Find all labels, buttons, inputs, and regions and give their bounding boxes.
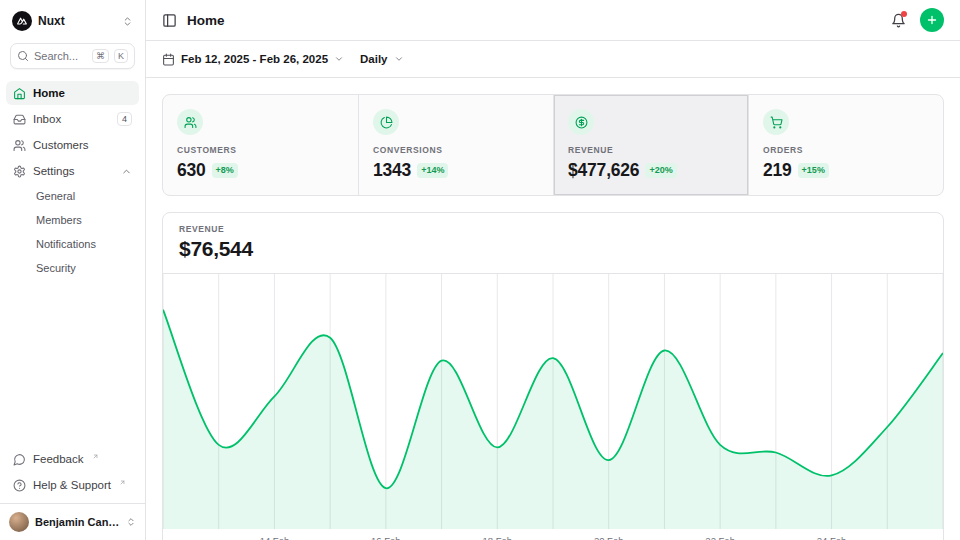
users-icon: [13, 139, 26, 152]
sidebar-item-label: Feedback: [33, 453, 84, 465]
header-actions: [891, 8, 944, 32]
user-name: Benjamin Canac: [35, 516, 120, 528]
sidebar: Nuxt ⌘ K Home Inbox 4: [0, 0, 146, 540]
search-input[interactable]: ⌘ K: [10, 43, 135, 69]
x-tick-label: 20 Feb: [594, 535, 624, 540]
chart-value: $76,544: [179, 237, 927, 261]
sidebar-subitem-notifications[interactable]: Notifications: [6, 233, 139, 255]
sidebar-item-label: Home: [33, 87, 65, 99]
x-tick-label: 22 Feb: [705, 535, 735, 540]
stat-card-orders[interactable]: ORDERS 219 +15%: [748, 95, 943, 195]
stat-value: 219: [763, 160, 792, 181]
stat-label: REVENUE: [568, 145, 734, 155]
sidebar-item-label: Settings: [33, 165, 75, 177]
chart-x-axis: 14 Feb16 Feb18 Feb20 Feb22 Feb24 Feb: [163, 529, 943, 540]
avatar: [9, 512, 29, 532]
chevron-down-icon: [394, 54, 404, 64]
sidebar-footer-nav: Feedback Help & Support: [6, 447, 139, 497]
sidebar-item-customers[interactable]: Customers: [6, 133, 139, 157]
sidebar-item-label: Help & Support: [33, 479, 111, 491]
calendar-icon: [162, 53, 175, 66]
sidebar-spacer: [0, 279, 145, 447]
filters-toolbar: Feb 12, 2025 - Feb 26, 2025 Daily: [146, 41, 960, 78]
sidebar-item-help-support[interactable]: Help & Support: [6, 473, 139, 497]
search-field[interactable]: [34, 50, 87, 62]
external-link-icon: [119, 479, 126, 486]
chevron-down-icon: [334, 54, 344, 64]
period-label: Daily: [360, 53, 388, 65]
period-select[interactable]: Daily: [360, 53, 404, 65]
sidebar-item-feedback[interactable]: Feedback: [6, 447, 139, 471]
date-range-picker[interactable]: Feb 12, 2025 - Feb 26, 2025: [162, 53, 344, 66]
x-tick-label: 16 Feb: [371, 535, 401, 540]
chart-header: REVENUE $76,544: [163, 213, 943, 274]
kbd-k: K: [114, 49, 128, 64]
user-menu[interactable]: Benjamin Canac: [0, 503, 145, 540]
stat-value: 1343: [373, 160, 411, 181]
x-tick-label: 14 Feb: [260, 535, 290, 540]
stats-row: CUSTOMERS 630 +8% CONVERSIONS 1343 +14%: [162, 94, 944, 196]
search-icon: [17, 50, 29, 62]
sidebar-subitem-general[interactable]: General: [6, 185, 139, 207]
stat-value: 630: [177, 160, 206, 181]
page-content: CUSTOMERS 630 +8% CONVERSIONS 1343 +14%: [146, 78, 960, 540]
notifications-button[interactable]: [891, 13, 906, 28]
stat-label: CONVERSIONS: [373, 145, 539, 155]
sidebar-item-inbox[interactable]: Inbox 4: [6, 107, 139, 131]
inbox-count-badge: 4: [117, 112, 132, 127]
inbox-icon: [13, 113, 26, 126]
stat-card-customers[interactable]: CUSTOMERS 630 +8%: [163, 95, 358, 195]
gear-icon: [13, 165, 26, 178]
page-header: Home: [146, 0, 960, 41]
chevron-up-icon: [121, 166, 132, 177]
workspace-name: Nuxt: [38, 14, 65, 28]
stat-label: CUSTOMERS: [177, 145, 344, 155]
workspace-switcher[interactable]: Nuxt: [8, 9, 137, 33]
sidebar-subitem-security[interactable]: Security: [6, 257, 139, 279]
stat-card-revenue[interactable]: REVENUE $477,626 +20%: [553, 95, 748, 195]
chevron-up-down-icon: [122, 16, 133, 27]
nuxt-logo-icon: [12, 11, 32, 31]
external-link-icon: [92, 453, 99, 460]
help-icon: [13, 479, 26, 492]
stat-value: $477,626: [568, 160, 639, 181]
notification-dot: [901, 11, 907, 17]
stat-label: ORDERS: [763, 145, 929, 155]
dollar-icon: [568, 109, 594, 135]
home-icon: [13, 87, 26, 100]
stat-delta-badge: +15%: [798, 163, 829, 178]
sidebar-item-label: Inbox: [33, 113, 61, 125]
revenue-chart[interactable]: [163, 274, 943, 529]
pie-chart-icon: [373, 109, 399, 135]
stat-delta-badge: +8%: [212, 163, 238, 178]
sidebar-item-home[interactable]: Home: [6, 81, 139, 105]
revenue-chart-card: REVENUE $76,544 14 Feb16 Feb18 Feb20 Feb…: [162, 212, 944, 540]
chat-icon: [13, 453, 26, 466]
x-tick-label: 24 Feb: [817, 535, 847, 540]
sidebar-toggle-button[interactable]: [162, 13, 177, 28]
stat-delta-badge: +20%: [645, 163, 676, 178]
sidebar-nav: Home Inbox 4 Customers Settings General: [6, 81, 139, 279]
x-tick-label: 18 Feb: [482, 535, 512, 540]
chevron-up-down-icon: [126, 517, 136, 527]
users-icon: [177, 109, 203, 135]
stat-delta-badge: +14%: [417, 163, 448, 178]
page-title: Home: [187, 13, 225, 28]
sidebar-subitem-members[interactable]: Members: [6, 209, 139, 231]
panel-left-icon: [162, 13, 177, 28]
main-area: Home Feb 12, 2025 - Feb 26, 2025 Daily: [146, 0, 960, 540]
plus-icon: [926, 14, 938, 26]
cart-icon: [763, 109, 789, 135]
chart-label: REVENUE: [179, 224, 927, 234]
sidebar-item-label: Customers: [33, 139, 89, 151]
add-button[interactable]: [920, 8, 944, 32]
stat-card-conversions[interactable]: CONVERSIONS 1343 +14%: [358, 95, 553, 195]
sidebar-item-settings[interactable]: Settings: [6, 159, 139, 183]
date-range-label: Feb 12, 2025 - Feb 26, 2025: [181, 53, 328, 65]
kbd-cmd: ⌘: [92, 49, 109, 64]
